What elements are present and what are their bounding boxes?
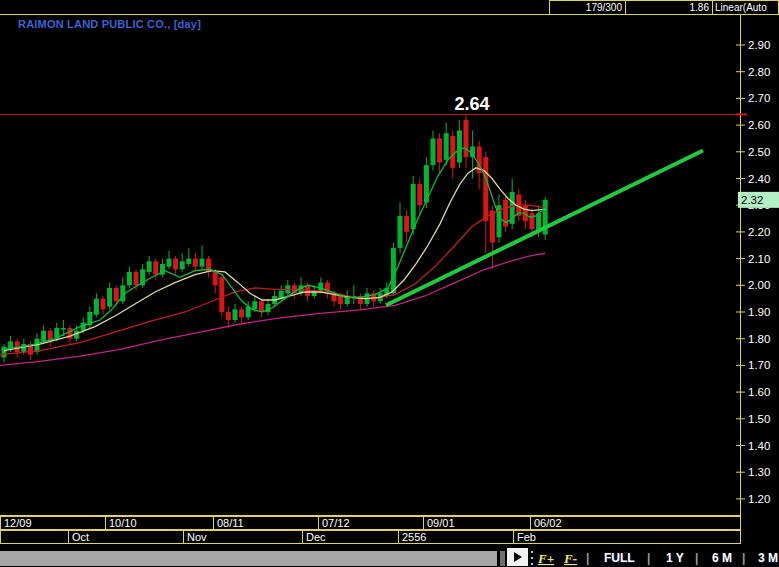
candle xyxy=(391,248,396,293)
candle xyxy=(186,259,191,264)
y-tick-label: 1.20 xyxy=(748,493,770,505)
y-tick-label: 1.40 xyxy=(748,440,770,452)
candle xyxy=(431,138,436,165)
candle xyxy=(530,213,535,229)
candle xyxy=(411,184,416,229)
zoom-in-button[interactable]: F+ xyxy=(538,551,554,567)
candle xyxy=(101,299,106,310)
candle xyxy=(233,309,238,320)
candle xyxy=(398,216,403,248)
candle xyxy=(239,309,244,317)
x-axis-date-row: 12/0910/1008/1107/1209/0106/02 xyxy=(0,516,779,530)
x-axis-month-cell: Nov xyxy=(183,530,303,544)
visible-bars-field: 179/300 xyxy=(549,0,626,15)
x-axis-month-cell: Feb xyxy=(513,530,741,544)
candle xyxy=(219,277,224,312)
scrollbar-gutter xyxy=(500,551,505,566)
candle xyxy=(107,288,112,307)
y-tick-label: 1.80 xyxy=(748,333,770,345)
candle xyxy=(437,138,442,162)
candle xyxy=(2,347,7,358)
y-tick-label: 1.70 xyxy=(748,359,770,371)
chart-title: RAIMON LAND PUBLIC CO., [day] xyxy=(18,18,201,30)
candle xyxy=(153,261,158,274)
candle xyxy=(167,259,172,267)
candle xyxy=(252,301,257,309)
last-price-label: 2.32 xyxy=(741,194,763,206)
candle xyxy=(464,120,469,157)
trend-line xyxy=(386,150,703,305)
candle xyxy=(417,184,422,205)
y-tick-label: 2.80 xyxy=(748,66,770,78)
candle xyxy=(226,312,231,320)
price-chart[interactable]: 2.902.802.702.602.502.402.302.202.102.00… xyxy=(0,0,779,516)
candle xyxy=(173,259,178,270)
candle xyxy=(404,216,409,232)
candle xyxy=(450,136,455,168)
y-tick-label: 2.40 xyxy=(748,173,770,185)
drag-handle[interactable] xyxy=(531,551,534,565)
last-value-field: 1.86 xyxy=(625,0,713,15)
x-axis-date-cell: 08/11 xyxy=(213,516,319,530)
y-tick-label: 1.50 xyxy=(748,413,770,425)
candle xyxy=(213,272,218,285)
scale-mode-dropdown[interactable]: Linear(Auto xyxy=(712,0,779,15)
charting-app-window: 2.902.802.702.602.502.402.302.202.102.00… xyxy=(0,0,779,567)
candle xyxy=(94,299,99,315)
candle xyxy=(483,157,488,221)
ma-long-magenta-line xyxy=(0,253,545,365)
scrollbar-thumb[interactable] xyxy=(0,551,497,566)
range-1y-button[interactable]: 1 Y xyxy=(666,551,684,565)
y-tick-label: 2.60 xyxy=(748,119,770,131)
candle xyxy=(200,259,205,267)
range-full-button[interactable]: FULL xyxy=(604,551,635,565)
candle xyxy=(134,272,139,285)
candle xyxy=(127,272,132,285)
candle xyxy=(457,130,462,162)
separator: | xyxy=(742,551,745,565)
y-tick-label: 1.60 xyxy=(748,386,770,398)
chart-control-bar: F+ F- | FULL | 1 Y | 6 M | 3 M xyxy=(0,546,779,567)
x-axis-date-cell: 07/12 xyxy=(318,516,424,530)
zoom-out-button[interactable]: F- xyxy=(564,551,577,567)
candle xyxy=(147,261,152,272)
range-6m-button[interactable]: 6 M xyxy=(712,551,732,565)
candle xyxy=(338,296,343,304)
x-axis-month-cell: 2556 xyxy=(398,530,514,544)
y-tick-label: 1.90 xyxy=(748,306,770,318)
separator: | xyxy=(695,551,698,565)
x-axis-date-cell: 06/02 xyxy=(530,516,741,530)
y-tick-label: 2.10 xyxy=(748,253,770,265)
y-tick-label: 2.50 xyxy=(748,146,770,158)
candle xyxy=(444,133,449,160)
y-tick-label: 1.30 xyxy=(748,466,770,478)
x-axis-month-row: OctNovDec2556Feb xyxy=(0,530,779,544)
candle xyxy=(193,259,198,267)
play-icon xyxy=(514,552,522,562)
candle xyxy=(114,288,119,301)
candle xyxy=(490,211,495,243)
candle xyxy=(41,331,46,342)
play-button[interactable] xyxy=(507,548,528,566)
y-tick-label: 2.20 xyxy=(748,226,770,238)
range-3m-button[interactable]: 3 M xyxy=(758,551,778,565)
candle xyxy=(259,301,264,312)
separator: | xyxy=(647,551,650,565)
x-axis-month-cell: Dec xyxy=(302,530,399,544)
candle xyxy=(21,344,26,352)
x-axis-date-cell: 12/09 xyxy=(0,516,106,530)
x-axis-month-cell xyxy=(0,530,69,544)
x-axis-date-cell: 10/10 xyxy=(105,516,214,530)
y-tick-label: 2.70 xyxy=(748,92,770,104)
separator: | xyxy=(586,551,589,565)
x-axis-month-cell: Oct xyxy=(68,530,184,544)
alert-price-label: 2.64 xyxy=(454,94,489,114)
x-axis-date-cell: 09/01 xyxy=(423,516,531,530)
candle xyxy=(61,328,66,330)
y-tick-label: 2.90 xyxy=(748,39,770,51)
candle xyxy=(180,261,185,269)
y-tick-label: 2.00 xyxy=(748,279,770,291)
